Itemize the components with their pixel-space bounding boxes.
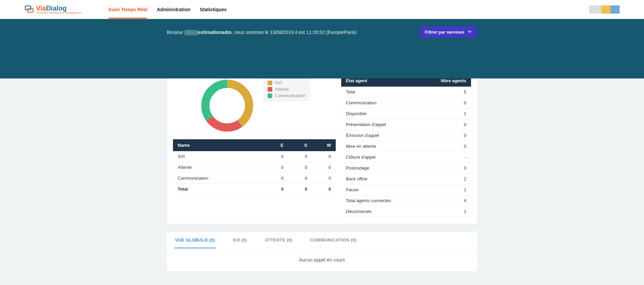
table-row: Communication0: [341, 97, 471, 108]
brand-name-a: Via: [36, 4, 46, 12]
calls-empty-state: Aucun appel en cours: [167, 248, 477, 271]
svg-point-4: [205, 84, 249, 128]
legend-communication: Communication: [268, 92, 306, 99]
table-row: Déconnectés1: [341, 206, 471, 217]
greeting-text: Bonjour ▒▒▒▒estimationadm, nous sommes l…: [167, 30, 357, 35]
tab-stats[interactable]: Statistiques: [200, 1, 227, 18]
table-row: Total5: [341, 87, 471, 97]
table-row: Mise en attente0: [341, 141, 471, 152]
filter-button-label: Filtrer par services: [425, 30, 464, 35]
table-row: Postcodage0: [341, 163, 471, 174]
tab-realtime[interactable]: Suivi Temps Réel: [109, 1, 148, 18]
tab-svi[interactable]: SVI (0): [232, 232, 248, 248]
table-row: Disponible1: [341, 108, 471, 119]
tab-admin[interactable]: Administration: [157, 1, 190, 18]
hero-banner: Bonjour ▒▒▒▒estimationadm, nous sommes l…: [0, 19, 644, 78]
table-row: Présentation d'appel0: [341, 119, 471, 130]
legend-attente: Attente: [268, 86, 306, 92]
swatch-icon: [268, 93, 272, 98]
swatch-icon: [268, 87, 272, 92]
channel-table: Name E S W SVI000Attente000Communication…: [173, 139, 336, 195]
table-row: Communication000: [173, 173, 336, 184]
nav-tabs: Suivi Temps Réel Administration Statisti…: [109, 1, 227, 18]
tab-attente[interactable]: ATTENTE (0): [264, 232, 293, 248]
user-avatar-obscured[interactable]: [589, 5, 620, 14]
table-row: SVI000: [173, 151, 336, 162]
chat-bubble-icon: [24, 5, 34, 14]
chart-legend: SVI Attente Communication: [263, 77, 310, 102]
col-w: W: [312, 139, 336, 151]
brand-logo[interactable]: ViaDialog Customer Interactions Manageme…: [24, 4, 81, 14]
col-e: E: [265, 139, 288, 151]
col-s: S: [288, 139, 312, 151]
table-row: Total agents connectés4: [341, 195, 471, 206]
calls-panel: VUE GLOBALE (0) SVI (0) ATTENTE (0) COMM…: [167, 232, 477, 271]
donut-chart: [198, 77, 256, 135]
chevron-down-icon: [468, 30, 472, 35]
agent-state-table: État agent Nbre agents Total5Communicati…: [341, 75, 471, 217]
legend-svi: SVI: [268, 79, 306, 86]
top-nav: ViaDialog Customer Interactions Manageme…: [0, 0, 644, 19]
table-row: Clôture d'appel-: [341, 152, 471, 163]
table-row: Pause1: [341, 184, 471, 195]
tab-communication[interactable]: COMMUNICATION (0): [309, 232, 357, 248]
col-name: Name: [173, 139, 265, 151]
swatch-icon: [268, 81, 272, 85]
table-row: Émission d'appel0: [341, 130, 471, 141]
filter-services-button[interactable]: Filtrer par services: [419, 26, 477, 38]
table-row: Back office2: [341, 174, 471, 184]
brand-tagline: Customer Interactions Management: [36, 11, 81, 14]
table-row: Attente000: [173, 162, 336, 173]
brand-name-b: Dialog: [46, 4, 67, 12]
table-row-total: Total000: [173, 184, 336, 195]
tab-vue-globale[interactable]: VUE GLOBALE (0): [174, 232, 216, 248]
calls-tabs: VUE GLOBALE (0) SVI (0) ATTENTE (0) COMM…: [167, 232, 477, 248]
